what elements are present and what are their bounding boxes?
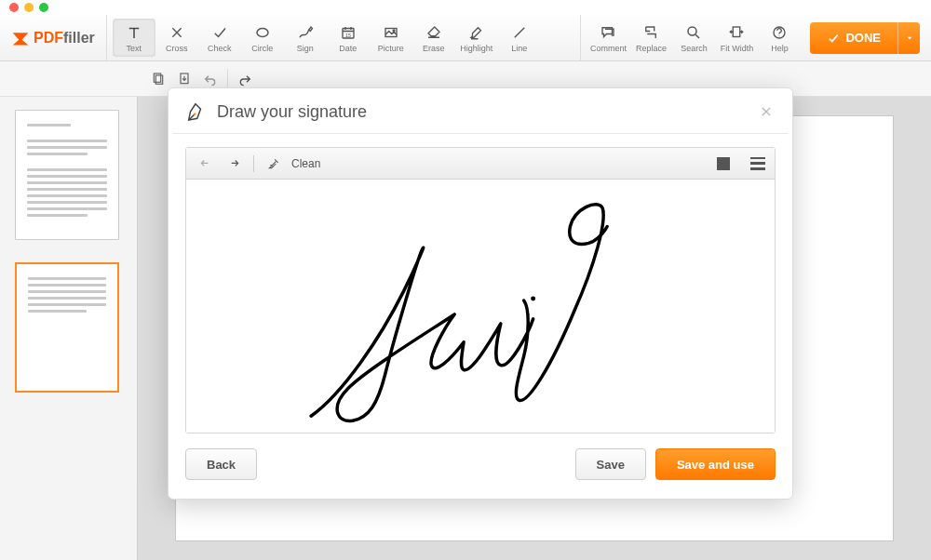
sig-redo-button[interactable]	[223, 153, 244, 174]
tool-line[interactable]: Line	[498, 19, 541, 57]
check-icon	[211, 23, 228, 42]
logo-text-pdf: PDF	[34, 30, 63, 46]
modal-close-button[interactable]	[757, 102, 776, 121]
text-icon	[126, 23, 142, 42]
help-icon	[771, 23, 788, 42]
svg-point-0	[257, 28, 268, 36]
window-zoom-button[interactable]	[39, 3, 48, 12]
window-close-button[interactable]	[9, 3, 19, 12]
calendar-icon: 15	[340, 23, 357, 42]
done-check-icon	[827, 32, 840, 45]
svg-rect-9	[155, 75, 162, 84]
svg-text:15: 15	[345, 32, 351, 37]
tool-fit-width[interactable]: Fit Width	[715, 19, 758, 57]
done-button[interactable]: DONE	[810, 22, 920, 54]
signature-canvas[interactable]	[186, 180, 775, 433]
divider	[253, 155, 254, 172]
tool-date-label: Date	[339, 44, 357, 53]
save-and-use-button[interactable]: Save and use	[655, 448, 776, 480]
replace-icon	[642, 23, 659, 42]
close-icon	[760, 105, 773, 118]
view-fill-toggle[interactable]	[717, 157, 730, 170]
line-icon	[511, 23, 528, 42]
tool-circle-label: Circle	[251, 44, 273, 53]
copy-button[interactable]	[145, 66, 171, 92]
svg-point-4	[393, 29, 395, 31]
cross-icon	[169, 23, 184, 42]
svg-point-11	[194, 113, 196, 115]
signature-panel: Clean	[185, 147, 776, 433]
tool-highlight-label: Highlight	[460, 44, 492, 53]
picture-icon	[383, 23, 399, 42]
sig-clean-label[interactable]: Clean	[291, 157, 320, 170]
tool-text[interactable]: Text	[113, 19, 155, 57]
tool-cross-label: Cross	[166, 44, 188, 53]
tool-line-label: Line	[511, 44, 527, 53]
svg-rect-6	[734, 27, 741, 37]
erase-icon	[425, 23, 442, 42]
comment-icon	[600, 23, 616, 42]
tool-fitwidth-label: Fit Width	[721, 44, 754, 53]
sig-undo-button[interactable]	[196, 153, 216, 174]
tool-help[interactable]: Help	[758, 19, 801, 57]
tool-sign-label: Sign	[297, 44, 314, 53]
window-titlebar	[0, 0, 931, 15]
back-button[interactable]: Back	[185, 448, 257, 480]
logo-text-filler: filler	[63, 30, 95, 46]
divider	[227, 69, 228, 89]
tool-text-label: Text	[127, 44, 142, 53]
logo-icon	[11, 29, 30, 47]
tool-erase-label: Erase	[423, 44, 445, 53]
sig-clean-icon[interactable]	[263, 153, 284, 174]
tool-help-label: Help	[771, 44, 789, 53]
done-dropdown-caret[interactable]	[897, 22, 920, 54]
tool-erase[interactable]: Erase	[412, 19, 455, 57]
page-thumbnail-2[interactable]	[15, 262, 119, 393]
tool-replace-label: Replace	[636, 44, 667, 53]
tool-check-label: Check	[208, 44, 232, 53]
tool-comment[interactable]: Comment	[587, 19, 629, 57]
tool-date[interactable]: 15 Date	[327, 19, 370, 57]
app-logo: PDFfiller	[7, 15, 106, 60]
done-label: DONE	[845, 31, 881, 45]
svg-point-12	[531, 297, 535, 301]
svg-point-5	[688, 27, 696, 35]
page-thumbnail-1[interactable]	[15, 110, 119, 240]
fit-width-icon	[728, 23, 745, 42]
tool-check[interactable]: Check	[198, 19, 241, 57]
tool-highlight[interactable]: Highlight	[455, 19, 498, 57]
chevron-down-icon	[905, 33, 914, 43]
circle-icon	[254, 23, 271, 42]
modal-button-row: Back Save Save and use	[169, 433, 792, 484]
tool-cross[interactable]: Cross	[155, 19, 198, 57]
tool-comment-label: Comment	[590, 44, 627, 53]
pen-nib-icon	[185, 101, 206, 122]
tool-search-label: Search	[681, 44, 708, 53]
tool-search[interactable]: Search	[672, 19, 715, 57]
window-minimize-button[interactable]	[24, 3, 34, 12]
signature-toolbar: Clean	[186, 148, 775, 180]
sign-icon	[297, 23, 314, 42]
save-button[interactable]: Save	[575, 448, 646, 480]
tool-picture-label: Picture	[378, 44, 404, 53]
main-toolbar: PDFfiller Text Cross Check Circle Sign 1…	[0, 15, 931, 61]
search-icon	[685, 23, 702, 42]
highlight-icon	[468, 23, 485, 42]
tool-picture[interactable]: Picture	[370, 19, 412, 57]
view-lines-toggle[interactable]	[750, 157, 765, 170]
signature-modal: Draw your signature Clean Back Save	[168, 87, 793, 500]
divider	[172, 133, 789, 134]
thumbnail-panel	[0, 97, 138, 560]
modal-title: Draw your signature	[217, 102, 746, 122]
tool-sign[interactable]: Sign	[284, 19, 327, 57]
tool-replace[interactable]: Replace	[629, 19, 672, 57]
tool-circle[interactable]: Circle	[241, 19, 284, 57]
